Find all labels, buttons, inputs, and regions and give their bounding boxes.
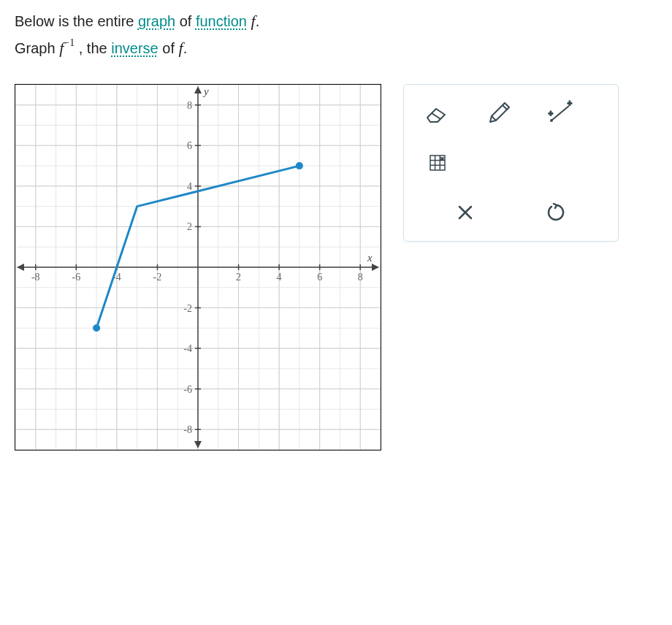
svg-marker-61 — [194, 441, 202, 448]
pencil-tool[interactable] — [481, 98, 516, 129]
svg-text:8: 8 — [187, 100, 192, 111]
svg-text:-2: -2 — [183, 302, 192, 313]
svg-text:8: 8 — [358, 272, 363, 283]
svg-text:-8: -8 — [31, 272, 40, 283]
undo-tool[interactable] — [539, 197, 574, 228]
tool-panel: ++ × — [403, 84, 619, 242]
svg-marker-60 — [194, 86, 202, 93]
instructions-line-2: Graph f−1 , the inverse of f. — [15, 34, 657, 61]
svg-marker-59 — [17, 264, 24, 271]
svg-text:-6: -6 — [72, 272, 80, 283]
svg-marker-58 — [372, 264, 379, 271]
svg-text:4: 4 — [277, 272, 282, 283]
graph-link[interactable]: graph — [138, 13, 175, 29]
svg-text:×: × — [440, 156, 444, 162]
svg-line-98 — [551, 106, 569, 120]
svg-text:2: 2 — [236, 272, 241, 283]
eraser-tool[interactable] — [420, 98, 455, 129]
svg-text:+: + — [549, 110, 553, 118]
coordinate-plane[interactable]: -8-6-4-22468-8-6-4-22468xy — [15, 84, 381, 450]
svg-text:4: 4 — [187, 181, 192, 192]
svg-text:-4: -4 — [183, 343, 192, 354]
svg-point-97 — [296, 162, 303, 169]
line-tool[interactable]: ++ — [543, 98, 578, 129]
inverse-link[interactable]: inverse — [111, 40, 158, 56]
svg-text:-2: -2 — [153, 272, 162, 283]
svg-text:x: x — [367, 252, 373, 264]
svg-text:6: 6 — [317, 272, 322, 283]
svg-text:-8: -8 — [183, 424, 192, 435]
function-link[interactable]: function — [196, 13, 247, 29]
svg-point-99 — [551, 120, 552, 121]
instructions-text: Below is the entire graph of function f.… — [15, 7, 657, 62]
svg-text:-6: -6 — [183, 383, 192, 394]
svg-text:y: y — [202, 85, 209, 97]
svg-text:2: 2 — [187, 221, 192, 232]
svg-text:+: + — [568, 99, 572, 107]
grid-tool[interactable]: × — [420, 147, 455, 178]
svg-text:6: 6 — [187, 140, 192, 151]
instructions-line-1: Below is the entire graph of function f. — [15, 7, 657, 34]
svg-point-96 — [93, 324, 100, 331]
clear-tool[interactable] — [448, 197, 483, 228]
